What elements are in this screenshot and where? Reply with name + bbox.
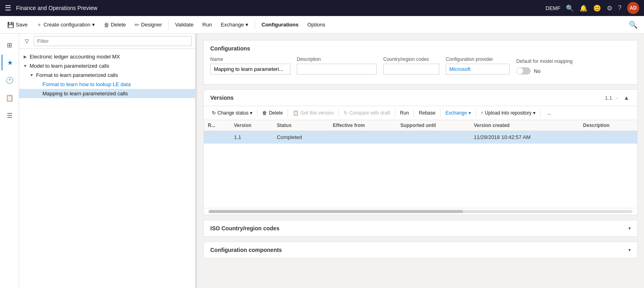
vtb-sep-8 (540, 109, 541, 117)
help-icon[interactable]: ? (618, 4, 622, 12)
command-search-icon[interactable]: 🔍 (626, 20, 641, 29)
create-configuration-button[interactable]: ＋ Create configuration ▾ (32, 19, 99, 31)
iso-header[interactable]: ISO Country/region codes ▾ (204, 220, 637, 236)
tree-item-item1[interactable]: ▶Electronic ledger accounting model MX (19, 52, 195, 61)
versions-header: Versions 1.1 -- ▲ (204, 90, 637, 106)
versions-empty-area (204, 144, 637, 208)
toggle-knob (517, 68, 523, 74)
user-avatar[interactable]: AD (627, 2, 639, 14)
tree-item-item3[interactable]: ▼Format to learn parameterized calls (19, 70, 195, 80)
change-status-button[interactable]: ↻ Change status ▾ (209, 109, 256, 117)
provider-input[interactable] (446, 64, 510, 75)
exchange-button[interactable]: Exchange ▾ (217, 19, 252, 30)
options-tab[interactable]: Options (303, 19, 329, 30)
versions-exchange-button[interactable]: Exchange ▾ (442, 109, 474, 117)
filter-icon[interactable]: ▽ (22, 36, 31, 46)
tree-label-item3: Format to learn parameterized calls (36, 72, 118, 78)
run-button[interactable]: Run (198, 19, 216, 30)
versions-exchange-chevron-icon: ▾ (469, 110, 471, 116)
iso-section: ISO Country/region codes ▾ (203, 220, 638, 237)
versions-delete-icon: 🗑 (262, 110, 267, 116)
versions-nav-up[interactable]: ▲ (622, 94, 631, 102)
table-cell-0-3 (329, 131, 396, 144)
tree-toggle-item2: ▼ (22, 64, 28, 68)
versions-dash: -- (615, 95, 619, 101)
col-header-description: Description (579, 120, 637, 131)
tree-item-item5[interactable]: Mapping to learn parameterized calls (19, 89, 195, 98)
settings-icon[interactable]: ⚙ (607, 4, 612, 12)
compare-icon: ↻ (344, 110, 348, 116)
more-options-button[interactable]: ... (544, 109, 554, 117)
rebase-button[interactable]: Rebase (416, 109, 439, 117)
separator-2 (255, 20, 255, 30)
nav-home-icon[interactable]: ⊞ (2, 37, 18, 53)
tree-content: ▶Electronic ledger accounting model MX▼M… (19, 49, 195, 288)
col-header-supported-until: Supported until (396, 120, 470, 131)
configurations-title: Configurations (210, 45, 631, 52)
scrollbar-area[interactable] (204, 208, 637, 215)
table-row-0[interactable]: 1.1Completed11/29/2018 10:42:57 AM (204, 131, 637, 144)
versions-run-button[interactable]: Run (397, 109, 412, 117)
description-input[interactable] (297, 64, 377, 75)
delete-icon: 🗑 (104, 22, 109, 28)
tree-toggle-item1: ▶ (22, 54, 28, 59)
vtb-sep-5 (414, 109, 414, 117)
nav-recent-icon[interactable]: 🕐 (2, 72, 18, 88)
user-label: DEMF (545, 5, 560, 11)
config-components-section: Configuration components ▾ (203, 242, 638, 258)
compare-draft-button[interactable]: ↻ Compare with draft (340, 109, 393, 117)
tree-label-item2: Model to learn parameterized calls (30, 63, 109, 69)
save-icon: 💾 (7, 22, 14, 28)
config-components-header[interactable]: Configuration components ▾ (204, 242, 637, 258)
name-group: Name (210, 56, 290, 75)
versions-table-wrapper: R...VersionStatusEffective fromSupported… (204, 120, 637, 144)
country-label: Country/region codes (383, 56, 439, 62)
filter-input[interactable] (34, 36, 192, 46)
add-icon: ＋ (36, 21, 42, 28)
name-label: Name (210, 56, 290, 62)
country-input[interactable] (383, 64, 439, 75)
get-version-button[interactable]: 📋 Get this version (290, 109, 337, 117)
iso-title: ISO Country/region codes (210, 225, 628, 232)
designer-button[interactable]: ✏ Designer (131, 19, 166, 30)
notification-icon[interactable]: 🔔 (580, 4, 588, 12)
default-mapping-label: Default for model mapping (516, 58, 573, 64)
tree-toggle-item3: ▼ (29, 73, 34, 77)
left-nav: ⊞ ★ 🕐 📋 ☰ (0, 34, 19, 288)
table-cell-0-1: 1.1 (230, 131, 273, 144)
configurations-tab[interactable]: Configurations (258, 19, 302, 30)
country-group: Country/region codes (383, 56, 439, 75)
filter-bar: ▽ (19, 34, 195, 49)
tree-item-item4[interactable]: Format to learn how to lookup LE data (19, 80, 195, 89)
toggle-label: No (534, 68, 541, 74)
create-config-chevron-icon: ▾ (92, 22, 95, 28)
designer-icon: ✏ (135, 22, 139, 28)
app-title: Finance and Operations Preview (16, 5, 541, 11)
smiley-icon[interactable]: 😊 (593, 4, 601, 12)
nav-modules-icon[interactable]: ☰ (2, 107, 18, 123)
col-header-r---: R... (204, 120, 230, 131)
delete-button[interactable]: 🗑 Delete (100, 19, 130, 30)
search-icon[interactable]: 🔍 (566, 4, 574, 12)
config-components-chevron-icon: ▾ (628, 247, 631, 253)
tree-item-item2[interactable]: ▼Model to learn parameterized calls (19, 61, 195, 70)
title-bar: ☰ Finance and Operations Preview DEMF 🔍 … (0, 0, 644, 16)
nav-favorites-icon[interactable]: ★ (2, 54, 18, 70)
nav-workspaces-icon[interactable]: 📋 (2, 90, 18, 106)
col-header-version-created: Version created (470, 120, 579, 131)
change-status-icon: ↻ (212, 110, 216, 116)
default-mapping-toggle[interactable] (516, 67, 531, 75)
name-input[interactable] (210, 64, 290, 75)
versions-delete-button[interactable]: 🗑 Delete (259, 109, 286, 117)
upload-icon: ↑ (481, 110, 483, 116)
validate-button[interactable]: Validate (171, 19, 197, 30)
hamburger-menu-icon[interactable]: ☰ (5, 4, 11, 12)
table-cell-0-5: 11/29/2018 10:42:57 AM (470, 131, 579, 144)
separator-1 (168, 20, 169, 30)
save-button[interactable]: 💾 Save (3, 19, 32, 30)
upload-repo-button[interactable]: ↑ Upload into repository ▾ (478, 109, 539, 117)
main-layout: ⊞ ★ 🕐 📋 ☰ ▽ ▶Electronic ledger accountin… (0, 34, 644, 288)
description-label: Description (297, 56, 377, 62)
config-components-title: Configuration components (210, 247, 628, 253)
scrollbar-thumb (209, 210, 463, 213)
